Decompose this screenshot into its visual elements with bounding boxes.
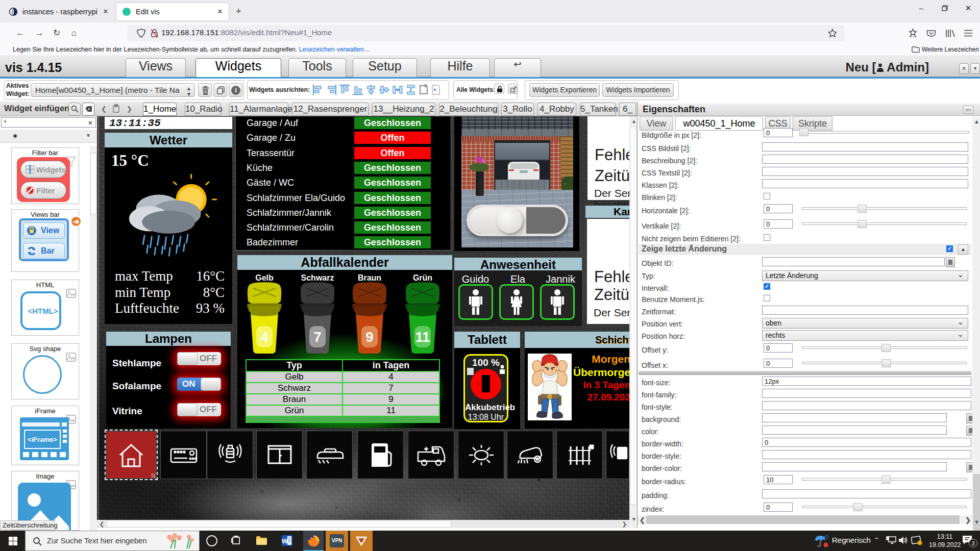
svg-text:11: 11 (415, 330, 430, 345)
svg-text:7: 7 (313, 330, 321, 345)
svg-text:W: W (282, 537, 288, 545)
svg-text:<iFrame>: <iFrame> (28, 436, 57, 443)
svg-text:9: 9 (365, 330, 373, 345)
svg-text:4: 4 (260, 330, 268, 345)
